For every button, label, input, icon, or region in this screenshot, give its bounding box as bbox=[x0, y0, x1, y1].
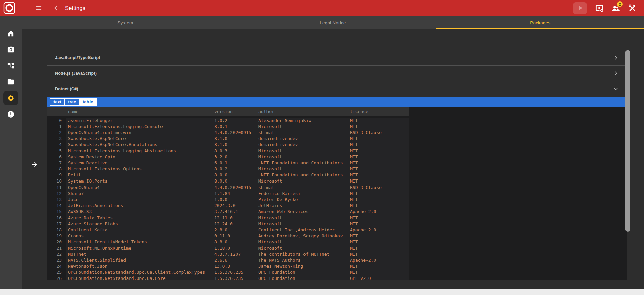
panel-nodejs-javascript[interactable]: Node.js (JavaScript) bbox=[47, 65, 627, 81]
cell-name: OPCFoundation.NetStandard.Opc.Ua.Core bbox=[68, 275, 214, 280]
row-index: 1 bbox=[47, 124, 62, 130]
row-index: 19 bbox=[47, 233, 62, 239]
menu-icon[interactable] bbox=[35, 4, 42, 12]
tab-system[interactable]: System bbox=[22, 16, 229, 29]
row-data: Swashbuckle.AspNetCore.Annotations 8.1.0… bbox=[66, 142, 409, 148]
cell-version: 4.3.7.1207 bbox=[214, 251, 258, 257]
row-index: 3 bbox=[47, 136, 62, 142]
table-row: 16 Azure.Data.Tables 12.11.0 Microsoft M… bbox=[47, 215, 627, 221]
cell-author: .NET Foundation and Contributors bbox=[258, 172, 350, 178]
cell-licence: MIT bbox=[350, 245, 409, 251]
cell-version: 8.0.0 bbox=[214, 178, 258, 184]
row-data: Microsoft.Extensions.Options 8.0.2 Micro… bbox=[66, 166, 409, 172]
chevron-right-icon bbox=[613, 55, 618, 60]
construction-tools-icon[interactable] bbox=[628, 4, 637, 12]
view-toggle-tree[interactable]: tree bbox=[64, 98, 80, 106]
sidebar-item-home[interactable] bbox=[3, 26, 18, 41]
row-data: MQTTnet 4.3.7.1207 The contributors of M… bbox=[66, 251, 409, 257]
cell-author: shimat bbox=[258, 185, 350, 191]
cell-licence: MIT bbox=[350, 197, 409, 203]
table-row: 4 Swashbuckle.AspNetCore.Annotations 8.1… bbox=[47, 142, 627, 148]
cell-version: 1.0.2 bbox=[214, 118, 258, 124]
sidebar-item-camera[interactable] bbox=[3, 42, 18, 57]
view-toggle-text[interactable]: text bbox=[50, 98, 65, 106]
row-data: NATS.Client.Simplified 2.6.6 The NATS Au… bbox=[66, 257, 409, 263]
users-icon[interactable]: 2 bbox=[611, 4, 620, 12]
cell-author: OPC Foundation bbox=[258, 275, 350, 280]
video-settings-icon[interactable] bbox=[595, 4, 604, 12]
table-row: 13 Jace 1.0.0 Pieter De Rycke MIT bbox=[47, 197, 627, 203]
cell-licence: BSD-3-Clause bbox=[350, 185, 409, 191]
row-data: Cronos 0.11.0 Andrey Dorokhov, Sergey Od… bbox=[66, 233, 409, 239]
sidebar-nav bbox=[0, 16, 22, 289]
table-row: 17 Azure.Storage.Blobs 12.24.0 Microsoft… bbox=[47, 221, 627, 227]
cell-name: Microsoft.Extensions.Options bbox=[68, 166, 214, 172]
cell-name: Jace bbox=[68, 197, 214, 203]
table-row: 6 System.Device.Gpio 3.2.0 Microsoft MIT bbox=[47, 154, 627, 160]
row-index: 22 bbox=[47, 251, 62, 257]
account-tree-icon bbox=[7, 62, 15, 69]
row-data: AWSSDK.S3 3.7.416.1 Amazon Web Services … bbox=[66, 209, 409, 215]
cell-licence: MIT bbox=[350, 233, 409, 239]
row-data: OPCFoundation.NetStandard.Opc.Ua.Client.… bbox=[66, 269, 409, 275]
view-toggle-table[interactable]: table bbox=[79, 98, 97, 106]
row-index: 4 bbox=[47, 142, 62, 148]
cell-author: Microsoft bbox=[258, 148, 350, 154]
cell-licence: MIT bbox=[350, 263, 409, 269]
back-arrow-icon[interactable] bbox=[53, 4, 60, 12]
column-header-licence: licence bbox=[350, 109, 409, 114]
row-index: 11 bbox=[47, 185, 62, 191]
chevron-right-icon bbox=[613, 71, 618, 76]
row-index: 12 bbox=[47, 191, 62, 197]
table-row: 11 OpenCvSharp4 4.4.0.20200915 shimat BS… bbox=[47, 185, 627, 191]
panel-dotnet-csharp[interactable]: Dotnet (C#) bbox=[47, 81, 627, 96]
panel-javascript-typescript[interactable]: JavaScript/TypeScript bbox=[47, 50, 627, 65]
cell-licence: MIT bbox=[350, 269, 409, 275]
cell-author: Microsoft bbox=[258, 239, 350, 245]
sidebar-item-flow[interactable] bbox=[3, 58, 18, 73]
row-index: 26 bbox=[47, 275, 62, 280]
row-data: Microsoft.ML.OnnxRuntime 1.18.0 Microsof… bbox=[66, 245, 409, 251]
cell-licence: MIT bbox=[350, 251, 409, 257]
cell-licence: GPL v2.0 bbox=[350, 275, 409, 280]
sidebar-item-settings[interactable] bbox=[3, 91, 18, 105]
camera-icon bbox=[7, 45, 15, 53]
tab-packages[interactable]: Packages bbox=[436, 16, 644, 29]
table-row: 2 OpenCvSharp4.runtime.win 4.4.0.2020091… bbox=[47, 130, 627, 136]
play-button[interactable] bbox=[573, 2, 587, 14]
cell-author: Alexander Seminjakiw bbox=[258, 118, 350, 124]
row-index: 16 bbox=[47, 215, 62, 221]
cell-licence: MIT bbox=[350, 221, 409, 227]
cell-name: System.Reactive bbox=[68, 160, 214, 166]
row-data: asemin.FileLogger 1.0.2 Alexander Seminj… bbox=[66, 118, 409, 124]
row-data: OPCFoundation.NetStandard.Opc.Ua.Core 1.… bbox=[66, 275, 409, 280]
cell-author: Microsoft bbox=[258, 166, 350, 172]
cell-name: JetBrains.Annotations bbox=[68, 203, 214, 209]
cell-author: OPC Foundation bbox=[258, 269, 350, 275]
cell-licence: BSD-3-Clause bbox=[350, 130, 409, 136]
cell-version: 8.0.0 bbox=[214, 172, 258, 178]
users-badge: 2 bbox=[617, 1, 623, 7]
cell-version: 12.11.0 bbox=[214, 215, 258, 221]
topbar-actions: 2 bbox=[573, 2, 637, 14]
row-index: 20 bbox=[47, 239, 62, 245]
sidebar-item-errors[interactable] bbox=[3, 107, 18, 122]
column-header-author: author bbox=[258, 109, 350, 114]
cell-version: 13.0.3 bbox=[214, 263, 258, 269]
table-header: name version author licence bbox=[47, 107, 409, 116]
sidebar-item-files[interactable] bbox=[3, 74, 18, 89]
cell-version: 2.6.6 bbox=[214, 257, 258, 263]
cell-licence: MIT bbox=[350, 148, 409, 154]
cell-name: OpenCvSharp4 bbox=[68, 185, 214, 191]
expand-right-arrow-icon[interactable] bbox=[30, 160, 39, 168]
cell-author: The contributors of MQTTnet bbox=[258, 251, 350, 257]
cell-version: 4.4.0.20200915 bbox=[214, 185, 258, 191]
cell-licence: MIT bbox=[350, 239, 409, 245]
vertical-scrollbar-thumb[interactable] bbox=[625, 50, 630, 232]
cell-version: 2.8.0 bbox=[214, 227, 258, 233]
cell-version: 1.0.0 bbox=[214, 197, 258, 203]
tab-legal-notice[interactable]: Legal Notice bbox=[229, 16, 437, 29]
page-title: Settings bbox=[65, 5, 85, 11]
table-row: 19 Cronos 0.11.0 Andrey Dorokhov, Sergey… bbox=[47, 233, 627, 239]
table-row: 8 Microsoft.Extensions.Options 8.0.2 Mic… bbox=[47, 166, 627, 172]
